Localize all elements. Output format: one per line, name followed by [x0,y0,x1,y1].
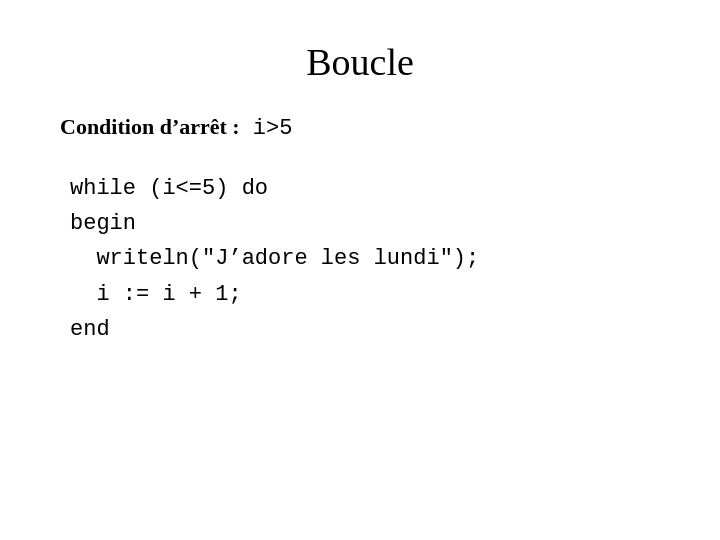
code-line-2: begin [70,206,479,241]
condition-value: i>5 [240,116,293,141]
code-line-5: end [70,312,479,347]
code-line-3: writeln("J’adore les lundi"); [70,241,479,276]
condition-section: Condition d’arrêt : i>5 [60,114,292,141]
page-title: Boucle [60,40,660,84]
condition-label: Condition d’arrêt : [60,114,240,139]
code-line-4: i := i + 1; [70,277,479,312]
code-block: while (i<=5) do begin writeln("J’adore l… [70,171,479,347]
page: Boucle Condition d’arrêt : i>5 while (i<… [0,0,720,540]
code-line-1: while (i<=5) do [70,171,479,206]
